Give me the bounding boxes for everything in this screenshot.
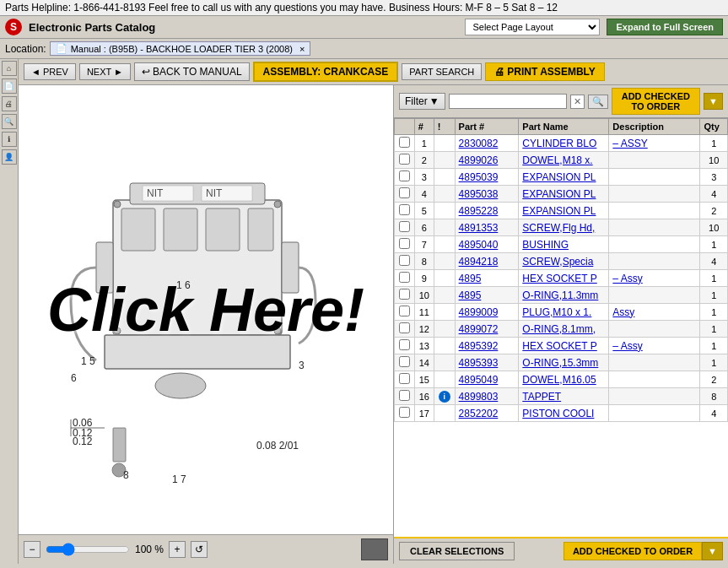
row-checkbox[interactable] bbox=[399, 221, 410, 232]
row-description[interactable] bbox=[609, 253, 700, 270]
row-checkbox[interactable] bbox=[399, 170, 410, 181]
part-number-link[interactable]: 2830082 bbox=[459, 138, 499, 149]
zoom-reset-button[interactable]: ↺ bbox=[191, 541, 208, 558]
row-part-number[interactable]: 4895049 bbox=[455, 371, 519, 388]
row-description[interactable] bbox=[609, 287, 700, 304]
sidebar-icon-print[interactable]: 🖨 bbox=[2, 96, 17, 111]
filter-clear-button[interactable]: ✕ bbox=[570, 95, 585, 109]
row-part-number[interactable]: 4899026 bbox=[455, 152, 519, 169]
part-name-link[interactable]: EXPANSION PL bbox=[522, 188, 596, 200]
part-name-link[interactable]: O-RING,11.3mm bbox=[522, 289, 598, 301]
row-part-name[interactable]: O-RING,15.3mm bbox=[519, 354, 609, 371]
filter-button[interactable]: Filter ▼ bbox=[399, 93, 445, 110]
clear-selections-button[interactable]: CLEAR SELECTIONS bbox=[399, 542, 515, 560]
row-description[interactable] bbox=[609, 203, 700, 219]
part-number-link[interactable]: 4895049 bbox=[459, 374, 499, 386]
row-checkbox[interactable] bbox=[399, 306, 410, 316]
part-number-link[interactable]: 4895392 bbox=[459, 340, 499, 352]
row-part-name[interactable]: EXPANSION PL bbox=[519, 169, 609, 186]
row-part-name[interactable]: DOWEL,M18 x. bbox=[519, 152, 609, 169]
row-description[interactable]: – Assy bbox=[609, 338, 700, 354]
print-assembly-button[interactable]: 🖨 PRINT ASSEMBLY bbox=[485, 62, 604, 81]
part-number-link[interactable]: 4895038 bbox=[459, 188, 499, 200]
row-part-name[interactable]: HEX SOCKET P bbox=[519, 338, 609, 354]
part-name-link[interactable]: CYLINDER BLO bbox=[522, 138, 596, 149]
part-number-link[interactable]: 4899009 bbox=[459, 306, 499, 318]
row-checkbox[interactable] bbox=[399, 356, 410, 367]
back-to-manual-button[interactable]: ↩ BACK TO MANUAL bbox=[134, 62, 250, 81]
row-part-number[interactable]: 4895039 bbox=[455, 169, 519, 186]
row-description[interactable]: Assy bbox=[609, 304, 700, 321]
part-number-link[interactable]: 4895 bbox=[459, 273, 482, 284]
row-part-name[interactable]: SCREW,Specia bbox=[519, 253, 609, 270]
row-description[interactable] bbox=[609, 169, 700, 186]
part-name-link[interactable]: SCREW,Flg Hd, bbox=[522, 222, 595, 234]
part-name-link[interactable]: O-RING,15.3mm bbox=[522, 357, 598, 369]
zoom-slider[interactable] bbox=[46, 543, 130, 556]
row-description[interactable] bbox=[609, 152, 700, 169]
add-checked-bottom-button[interactable]: ADD CHECKED TO ORDER bbox=[564, 542, 702, 560]
part-name-link[interactable]: O-RING,8.1mm, bbox=[522, 323, 596, 335]
row-part-name[interactable]: EXPANSION PL bbox=[519, 186, 609, 203]
info-icon[interactable]: i bbox=[439, 391, 450, 403]
page-layout-select[interactable]: Select Page Layout bbox=[465, 19, 600, 35]
row-part-name[interactable]: O-RING,8.1mm, bbox=[519, 321, 609, 338]
row-part-name[interactable]: PLUG,M10 x 1. bbox=[519, 304, 609, 321]
description-link[interactable]: – ASSY bbox=[612, 138, 647, 149]
part-name-link[interactable]: BUSHING bbox=[522, 239, 569, 251]
row-part-number[interactable]: 4894218 bbox=[455, 253, 519, 270]
parts-table-container[interactable]: # ! Part # Part Name Description Qty 128… bbox=[394, 118, 728, 537]
row-part-number[interactable]: 4895 bbox=[455, 270, 519, 287]
row-part-name[interactable]: CYLINDER BLO bbox=[519, 135, 609, 152]
row-part-number[interactable]: 4899072 bbox=[455, 321, 519, 338]
row-checkbox[interactable] bbox=[399, 322, 410, 333]
part-name-link[interactable]: SCREW,Specia bbox=[522, 256, 593, 268]
row-description[interactable] bbox=[609, 405, 700, 422]
filter-input[interactable] bbox=[449, 94, 567, 109]
sidebar-icon-person[interactable]: 👤 bbox=[2, 149, 17, 165]
map-thumbnail[interactable] bbox=[361, 538, 388, 560]
row-checkbox[interactable] bbox=[399, 390, 410, 401]
row-part-number[interactable]: 4899009 bbox=[455, 304, 519, 321]
row-part-number[interactable]: 2852202 bbox=[455, 405, 519, 422]
part-search-button[interactable]: PART SEARCH bbox=[402, 63, 482, 80]
part-number-link[interactable]: 4899072 bbox=[459, 323, 499, 335]
part-number-link[interactable]: 4895040 bbox=[459, 239, 499, 251]
part-name-link[interactable]: HEX SOCKET P bbox=[522, 273, 596, 284]
part-number-link[interactable]: 2852202 bbox=[459, 408, 499, 419]
part-name-link[interactable]: DOWEL,M18 x. bbox=[522, 154, 592, 166]
part-name-link[interactable]: EXPANSION PL bbox=[522, 205, 596, 217]
description-link[interactable]: – Assy bbox=[612, 273, 642, 284]
row-description[interactable]: – ASSY bbox=[609, 135, 700, 152]
add-checked-arrow-button[interactable]: ▼ bbox=[704, 93, 723, 110]
part-number-link[interactable]: 4895393 bbox=[459, 357, 499, 369]
sidebar-icon-info[interactable]: ℹ bbox=[2, 132, 17, 147]
row-checkbox[interactable] bbox=[399, 187, 410, 198]
row-checkbox[interactable] bbox=[399, 255, 410, 266]
row-checkbox[interactable] bbox=[399, 204, 410, 215]
row-part-name[interactable]: TAPPET bbox=[519, 388, 609, 405]
row-checkbox[interactable] bbox=[399, 407, 410, 418]
part-number-link[interactable]: 4899026 bbox=[459, 154, 499, 166]
row-part-number[interactable]: 4895038 bbox=[455, 186, 519, 203]
part-number-link[interactable]: 4899803 bbox=[459, 391, 499, 403]
row-checkbox[interactable] bbox=[399, 137, 410, 148]
part-name-link[interactable]: TAPPET bbox=[522, 391, 561, 403]
row-part-number[interactable]: 4895040 bbox=[455, 236, 519, 253]
row-part-number[interactable]: 4899803 bbox=[455, 388, 519, 405]
description-link[interactable]: – Assy bbox=[612, 340, 642, 352]
part-number-link[interactable]: 4895 bbox=[459, 289, 482, 301]
part-name-link[interactable]: PLUG,M10 x 1. bbox=[522, 306, 591, 318]
row-checkbox[interactable] bbox=[399, 289, 410, 300]
row-description[interactable] bbox=[609, 388, 700, 405]
row-warning[interactable]: i bbox=[434, 388, 455, 405]
part-name-link[interactable]: HEX SOCKET P bbox=[522, 340, 596, 352]
add-checked-to-order-button[interactable]: ADD CHECKED TO ORDER bbox=[612, 88, 701, 115]
part-number-link[interactable]: 4891353 bbox=[459, 222, 499, 234]
zoom-out-button[interactable]: − bbox=[24, 541, 40, 558]
next-button[interactable]: NEXT ► bbox=[79, 63, 131, 80]
row-part-name[interactable]: SCREW,Flg Hd, bbox=[519, 219, 609, 236]
assembly-image[interactable]: NIT NIT 0.06 0.12 0.12 1 5 1 6 bbox=[19, 85, 393, 534]
part-name-link[interactable]: EXPANSION PL bbox=[522, 171, 596, 183]
row-description[interactable] bbox=[609, 354, 700, 371]
